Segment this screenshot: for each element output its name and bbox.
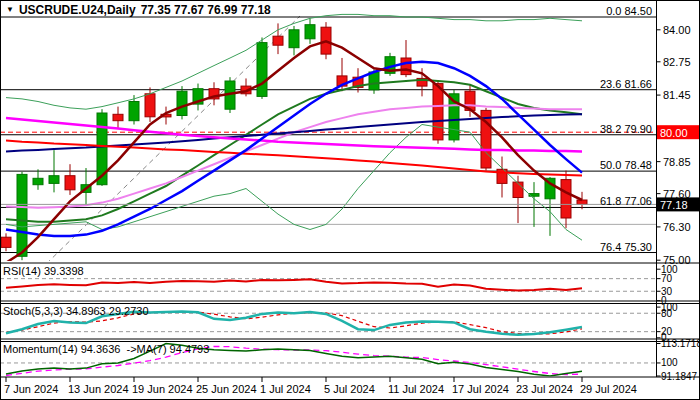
- chart-title-bar[interactable]: ▼ USCRUDE.U24,Daily 77.35 77.67 76.99 77…: [6, 3, 271, 17]
- fib-level-label: 23.6 81.66: [600, 78, 652, 90]
- candle-up: [289, 30, 299, 48]
- chart-canvas[interactable]: 0.0 84.5023.6 81.6638.2 79.9050.0 78.486…: [0, 0, 700, 400]
- mt4-chart-window: 0.0 84.5023.6 81.6638.2 79.9050.0 78.486…: [0, 0, 700, 400]
- date-axis-label: 25 Jun 2024: [196, 383, 257, 395]
- candle-down: [433, 84, 443, 140]
- candle-down: [113, 114, 123, 120]
- momentum-axis-label: 91.1847: [661, 371, 698, 382]
- candle-down: [145, 94, 155, 117]
- candle-up: [257, 43, 267, 97]
- price-alert-badge-label: 80.00: [660, 127, 688, 139]
- candle-down: [561, 180, 571, 218]
- fib-level-label: 50.0 78.48: [600, 159, 652, 171]
- rsi-axis-label: 70: [661, 273, 673, 284]
- momentum-axis-label: 100: [661, 357, 678, 368]
- date-axis-label: 17 Jul 2024: [452, 383, 509, 395]
- candle-up: [17, 174, 27, 256]
- symbol-dropdown-icon[interactable]: ▼: [6, 5, 14, 14]
- fib-level-label: 76.4 75.30: [600, 241, 652, 253]
- momentum-axis-label: 113.1718: [661, 338, 700, 349]
- candle-down: [513, 182, 523, 197]
- candle-down: [577, 200, 587, 204]
- date-axis-label: 13 Jun 2024: [68, 383, 129, 395]
- candle-down: [401, 58, 411, 75]
- price-axis-label: 81.45: [663, 89, 691, 101]
- stoch-indicator-label: Stoch(5,3,3) 34.8963 29.2730: [3, 305, 149, 317]
- fib-level-label: 38.2 79.90: [600, 123, 652, 135]
- candle-down: [65, 176, 75, 190]
- price-axis-label: 82.75: [663, 56, 691, 68]
- date-axis-label: 11 Jul 2024: [388, 383, 444, 395]
- candle-up: [33, 178, 43, 184]
- ohlc-values: 77.35 77.67 76.99 77.18: [141, 3, 271, 17]
- candle-up: [177, 91, 187, 115]
- candle-up: [49, 176, 59, 184]
- candle-down: [273, 36, 283, 45]
- date-axis-label: 19 Jun 2024: [132, 383, 193, 395]
- candle-down: [1, 237, 11, 247]
- stoch-axis-label: 80: [661, 308, 673, 319]
- date-axis-label: 5 Jul 2024: [324, 383, 375, 395]
- price-axis-label: 78.85: [663, 156, 691, 168]
- fib-level-label: 61.8 77.06: [600, 195, 652, 207]
- symbol-period-label: USCRUDE.U24,Daily: [19, 3, 136, 17]
- rsi-indicator-label: RSI(14) 39.3398: [3, 265, 84, 277]
- date-axis-label: 29 Jul 2024: [580, 383, 637, 395]
- momentum-indicator-label: Momentum(14) 94.3636 ->MA(7) 94.4793: [3, 343, 209, 355]
- price-axis-label: 76.30: [663, 221, 691, 233]
- price-axis-label: 84.00: [663, 24, 691, 36]
- date-axis-label: 23 Jul 2024: [516, 383, 573, 395]
- fib-level-label: 0.0 84.50: [606, 5, 652, 17]
- candle-up: [129, 102, 139, 121]
- date-axis-label: 7 Jun 2024: [4, 383, 58, 395]
- date-axis-label: 1 Jul 2024: [260, 383, 311, 395]
- current-price-badge-label: 77.18: [660, 199, 688, 211]
- candle-up: [305, 25, 315, 39]
